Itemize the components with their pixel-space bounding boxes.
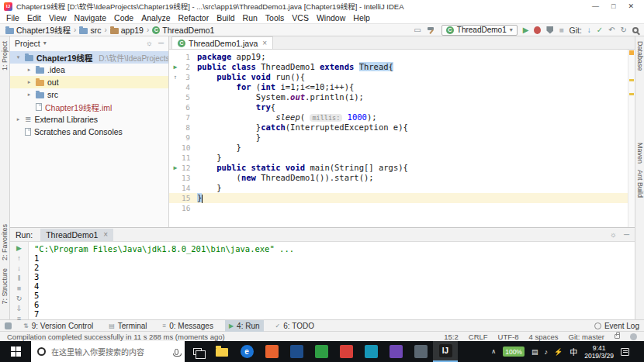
network-icon[interactable]: ▤ — [531, 348, 538, 356]
down-stack-icon[interactable]: ↓ — [17, 264, 21, 272]
tree-item-chapter19线程-iml[interactable]: Chapter19线程.iml — [10, 101, 168, 113]
settings-gear-icon[interactable]: ☼ — [146, 39, 153, 48]
warning-stripe-mark[interactable] — [629, 79, 634, 81]
task-view-button[interactable] — [185, 341, 209, 362]
git-branch-widget[interactable]: Git: master — [569, 333, 604, 341]
power-icon[interactable]: ⚡ — [554, 348, 563, 356]
run-line-icon[interactable]: ▶ — [169, 62, 182, 72]
tree-expander-icon[interactable]: ▸ — [26, 91, 33, 98]
tree-expander-icon[interactable]: ▾ — [15, 54, 22, 60]
hide-run-panel-icon[interactable]: ─ — [624, 230, 629, 240]
toolwindow-button-9-version-control[interactable]: ⇅9: Version Control — [19, 320, 97, 332]
tree-expander-icon[interactable]: ▸ — [26, 67, 33, 73]
menu-view[interactable]: View — [45, 13, 71, 22]
tree-item-out[interactable]: ▸out — [10, 76, 168, 88]
tool-stripe-7-structure[interactable]: 7: Structure — [1, 268, 9, 305]
vcs-rollback-button[interactable]: ↶ — [608, 26, 615, 35]
error-stripe[interactable] — [628, 50, 635, 227]
vcs-history-button[interactable]: ↻ — [621, 26, 627, 35]
code-line[interactable]: ▶2public class ThreadDemo1 extends Threa… — [169, 62, 635, 72]
volume-icon[interactable]: ♪ — [544, 348, 548, 356]
taskbar-app-green-icon[interactable] — [309, 341, 334, 362]
toolwindow-button-0-messages[interactable]: ≡0: Messages — [159, 320, 217, 332]
toolwindow-icon[interactable]: ▭ — [414, 26, 421, 35]
lock-icon[interactable] — [615, 334, 620, 339]
run-console[interactable]: "C:\Program Files\Java\jdk1.8.0_201\bin\… — [29, 242, 635, 319]
tree-item-chapter19线程[interactable]: ▾Chapter19线程D:\软件\IdeaProjects\Chapter19… — [10, 51, 168, 64]
code-line[interactable]: 11 } — [169, 153, 635, 163]
editor-tab[interactable]: C ThreadDemo1.java × — [171, 36, 273, 49]
restore-layout-icon[interactable]: ↻ — [16, 295, 23, 302]
battery-icon[interactable]: 100% — [503, 346, 525, 357]
vcs-commit-button[interactable]: ✓ — [597, 26, 603, 35]
menu-build[interactable]: Build — [213, 13, 238, 22]
tool-stripe-2-favorites[interactable]: 2: Favorites — [1, 224, 9, 260]
tree-item-external-libraries[interactable]: ▸≣External Libraries — [10, 113, 168, 126]
pause-output-icon[interactable]: ǁ — [18, 274, 21, 282]
start-button[interactable] — [0, 341, 31, 362]
tool-window-switcher-icon[interactable] — [5, 322, 12, 329]
vcs-update-button[interactable]: ↓ — [587, 26, 591, 35]
taskbar-file-explorer-icon[interactable] — [209, 341, 234, 362]
close-tab-icon[interactable]: × — [103, 230, 108, 239]
stop-process-icon[interactable]: ■ — [17, 284, 21, 292]
debug-button[interactable] — [534, 26, 541, 34]
taskbar-search-input[interactable]: 在这里输入你要搜索的内容 — [31, 341, 185, 362]
menu-help[interactable]: Help — [349, 13, 374, 22]
tool-stripe-ant-build[interactable]: Ant Build — [636, 170, 644, 198]
close-tab-icon[interactable]: × — [262, 39, 267, 47]
taskbar-internet-explorer-icon[interactable]: e — [234, 341, 259, 362]
tool-stripe-maven[interactable]: Maven — [636, 143, 644, 164]
code-line[interactable]: 13 (new ThreadDemo1()).start(); — [169, 173, 635, 183]
breadcrumb-threaddemo1[interactable]: CThreadDemo1 — [152, 26, 214, 35]
menu-window[interactable]: Window — [313, 13, 349, 22]
code-line[interactable]: 14 } — [169, 183, 635, 193]
highlighting-level-icon[interactable] — [630, 333, 637, 340]
code-line[interactable]: 10 } — [169, 143, 635, 153]
search-everywhere-icon[interactable] — [632, 27, 639, 33]
run-config-combo[interactable]: C ThreadDemo1 ▾ — [441, 25, 518, 36]
taskbar-app-red-icon[interactable] — [334, 341, 358, 362]
menu-navigate[interactable]: Navigate — [71, 13, 110, 22]
inspection-indicator-icon[interactable] — [629, 50, 634, 55]
override-marker-icon[interactable]: ↑ — [169, 72, 182, 82]
menu-file[interactable]: File — [2, 13, 23, 22]
maximize-button[interactable]: □ — [611, 2, 615, 10]
taskbar-intellij-idea-icon[interactable]: IJ — [433, 341, 458, 362]
toolwindow-button-terminal[interactable]: ▤Terminal — [105, 320, 151, 332]
caret-position-widget[interactable]: 15:2 — [444, 333, 459, 341]
minimize-button[interactable]: — — [592, 2, 599, 10]
menu-run[interactable]: Run — [239, 13, 261, 22]
up-stack-icon[interactable]: ↑ — [17, 254, 21, 262]
project-panel-title[interactable]: Project — [15, 39, 40, 48]
toolwindow-button-4-run[interactable]: ▶4: Run — [225, 320, 264, 332]
toolwindow-button-6-todo[interactable]: ✓6: TODO — [272, 320, 318, 332]
indent-widget[interactable]: 4 spaces — [529, 333, 559, 341]
taskbar-app-teal-icon[interactable] — [358, 341, 383, 362]
menu-analyze[interactable]: Analyze — [137, 13, 174, 22]
tool-stripe-database[interactable]: Database — [636, 41, 644, 71]
code-line[interactable]: 16 — [169, 203, 635, 213]
code-line[interactable]: 1package app19; — [169, 52, 635, 62]
close-button[interactable]: ✕ — [628, 2, 634, 10]
taskbar-clock[interactable]: 9:41 2019/3/29 — [584, 344, 614, 360]
tree-item-src[interactable]: ▸src — [10, 88, 168, 101]
run-button[interactable]: ▶ — [523, 26, 529, 35]
code-line[interactable]: 4 for (int i=1;i<=10;i++){ — [169, 82, 635, 92]
menu-vcs[interactable]: VCS — [288, 13, 313, 22]
hide-panel-icon[interactable]: ─ — [158, 39, 164, 48]
code-line[interactable]: 7 sleep( millis: 1000); — [169, 112, 635, 122]
breadcrumb-src[interactable]: src — [79, 26, 101, 35]
action-center-icon[interactable] — [621, 348, 629, 356]
menu-code[interactable]: Code — [110, 13, 137, 22]
encoding-widget[interactable]: UTF-8 — [498, 333, 519, 341]
code-line[interactable]: 6 try{ — [169, 102, 635, 112]
taskbar-app-purple-icon[interactable] — [383, 341, 408, 362]
ime-indicator[interactable]: 中 — [570, 346, 577, 357]
code-line[interactable]: 9 } — [169, 133, 635, 143]
code-line[interactable]: 5 System.out.println(i); — [169, 92, 635, 102]
menu-refactor[interactable]: Refactor — [175, 13, 213, 22]
coverage-button[interactable] — [546, 26, 553, 34]
taskbar-app-gray-icon[interactable] — [408, 341, 433, 362]
run-settings-gear-icon[interactable]: ☼ — [610, 230, 617, 240]
